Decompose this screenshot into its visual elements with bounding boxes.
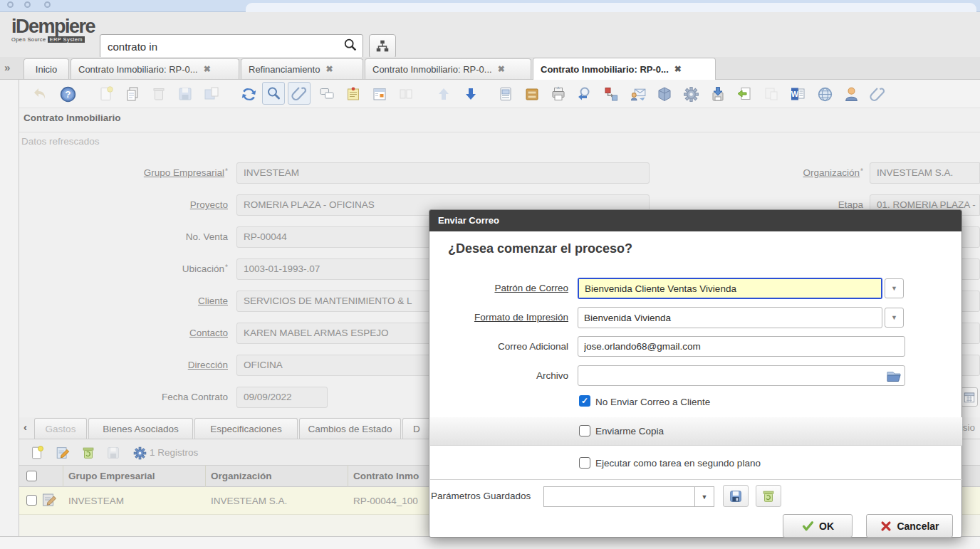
file-browse-button[interactable]: [885, 367, 902, 387]
saved-params-value: [544, 487, 694, 506]
additional-email-input[interactable]: [578, 336, 905, 357]
label-cliente[interactable]: Cliente: [28, 296, 228, 306]
check-icon: [801, 519, 815, 533]
label-proyecto[interactable]: Proyecto: [28, 199, 228, 210]
calendar-requery-icon[interactable]: [370, 85, 389, 103]
search-input[interactable]: [100, 41, 338, 53]
segundo-plano-label[interactable]: Ejecutar como tarea en segundo plano: [595, 458, 761, 469]
next-record-icon[interactable]: [462, 85, 480, 103]
mail-template-combo[interactable]: [578, 278, 882, 299]
col-contrato[interactable]: Contrato Inmo: [353, 471, 419, 481]
archive-icon[interactable]: [523, 85, 541, 103]
detail-tab-especificaciones[interactable]: Especificaciones: [194, 418, 298, 439]
grid-save-icon: [105, 444, 122, 461]
mail-template-input[interactable]: [579, 279, 881, 298]
row-highlight-band: [430, 417, 962, 446]
product-info-icon[interactable]: [655, 85, 674, 103]
chevron-down-icon: ▼: [891, 285, 897, 292]
zoom-across-icon[interactable]: [575, 85, 594, 103]
screen: iDempiere Open SourceERP System » Inicio…: [0, 0, 980, 549]
row-edit-icon[interactable]: [41, 491, 58, 511]
file-input[interactable]: [578, 365, 905, 386]
label-direccion[interactable]: Dirección: [28, 360, 228, 370]
detail-tab-cambios-de-estado[interactable]: Cambios de Estado: [299, 418, 401, 439]
search-icon[interactable]: [338, 37, 363, 56]
user-info-icon[interactable]: [842, 85, 860, 103]
row-checkbox[interactable]: [26, 495, 37, 506]
process-icon[interactable]: [682, 85, 700, 103]
window-title: Contrato Inmobiliario: [24, 113, 121, 123]
tab-contrato-3-active[interactable]: Contrato Inmobiliario: RP-0...✖: [533, 58, 716, 80]
print-format-input[interactable]: [578, 308, 882, 328]
tab-contrato-1[interactable]: Contrato Inmobiliario: RP-0...✖: [71, 58, 239, 79]
enviarme-copia-checkbox[interactable]: [579, 425, 590, 436]
save-and-new-icon: [202, 85, 221, 103]
data-import-icon[interactable]: [735, 85, 754, 103]
browser-home-icon: [44, 1, 51, 8]
send-mail-icon[interactable]: [629, 85, 647, 103]
report-icon[interactable]: [496, 85, 515, 103]
delete-record-icon: [150, 85, 168, 103]
print-format-combo[interactable]: [578, 307, 882, 328]
menu-tree-button[interactable]: [369, 34, 396, 58]
attachment-icon[interactable]: [288, 82, 311, 105]
label-patron-de-correo[interactable]: Patrón de Correo: [429, 283, 568, 293]
svg-text:W: W: [791, 90, 799, 98]
col-grupo-empresarial[interactable]: Grupo Empresarial: [68, 471, 155, 481]
no-enviar-label[interactable]: No Enviar Correo a Cliente: [595, 397, 710, 407]
refresh-icon[interactable]: [239, 85, 258, 103]
chevron-down-icon: ▼: [891, 314, 897, 321]
chevron-down-icon[interactable]: ▼: [694, 487, 714, 506]
tab-inicio[interactable]: Inicio: [24, 58, 69, 79]
attachment-list-icon[interactable]: [868, 85, 887, 103]
col-organizacion[interactable]: Organización: [211, 471, 272, 481]
grid-edit-icon[interactable]: [54, 444, 71, 461]
export-data-icon[interactable]: [709, 85, 727, 103]
tab-contrato-2[interactable]: Contrato Inmobiliario: RP-0...✖: [365, 58, 531, 79]
label-grupo-empresarial[interactable]: Grupo Empresarial*: [28, 167, 228, 178]
detail-tab-bienes-asociados[interactable]: Bienes Asociados: [88, 418, 193, 439]
grid-settings-icon[interactable]: [131, 444, 148, 461]
new-record-icon: [97, 85, 115, 103]
detail-tabs-scroll-left[interactable]: ‹: [24, 421, 27, 433]
grid-delete-icon[interactable]: [80, 444, 97, 461]
ok-button[interactable]: OK: [783, 514, 853, 538]
collapse-menu-chevron[interactable]: »: [4, 61, 10, 73]
export-word-icon[interactable]: W: [788, 85, 807, 103]
find-icon[interactable]: [262, 82, 285, 105]
mail-template-dropdown-button[interactable]: ▼: [885, 278, 904, 298]
no-enviar-checkbox[interactable]: ✓: [579, 395, 590, 407]
tab-close-icon[interactable]: ✖: [674, 64, 682, 74]
grid-new-icon[interactable]: [28, 444, 46, 461]
status-message: Datos refrescados: [21, 136, 100, 147]
print-format-dropdown-button[interactable]: ▼: [885, 308, 904, 328]
enviarme-copia-label[interactable]: Enviarme Copia: [595, 426, 664, 436]
cancel-button[interactable]: Cancelar: [866, 514, 953, 538]
web-services-icon[interactable]: [815, 85, 834, 103]
saved-params-combo[interactable]: ▼: [543, 486, 714, 507]
tab-close-icon[interactable]: ✖: [204, 64, 211, 74]
calendar-picker-button[interactable]: [961, 387, 978, 407]
help-icon[interactable]: ?: [58, 85, 77, 103]
tab-close-icon[interactable]: ✖: [325, 64, 333, 74]
sticky-note-icon[interactable]: [344, 85, 363, 103]
detail-tab-partial[interactable]: D: [402, 418, 432, 439]
save-icon: [176, 85, 194, 103]
segundo-plano-checkbox[interactable]: [579, 457, 590, 469]
select-all-checkbox[interactable]: [26, 471, 37, 481]
x-icon: [880, 520, 892, 533]
save-params-button[interactable]: [723, 485, 749, 507]
label-formato-de-impresion[interactable]: Formato de Impresión: [429, 312, 568, 323]
print-icon[interactable]: [549, 85, 568, 103]
label-organizacion[interactable]: Organización*: [721, 167, 863, 178]
chat-icon[interactable]: [318, 85, 336, 103]
tab-refinanciamiento[interactable]: Refinanciamiento✖: [241, 58, 363, 79]
delete-params-button[interactable]: [756, 485, 781, 507]
tab-close-icon[interactable]: ✖: [498, 64, 505, 74]
dialog-titlebar: Enviar Correo: [429, 210, 961, 231]
window-bottom-strip: [0, 536, 980, 549]
copy-record-icon[interactable]: [123, 85, 142, 103]
label-correo-adicional: Correo Adicional: [429, 341, 568, 352]
label-contacto[interactable]: Contacto: [28, 328, 228, 338]
workflow-icon[interactable]: [602, 85, 620, 103]
